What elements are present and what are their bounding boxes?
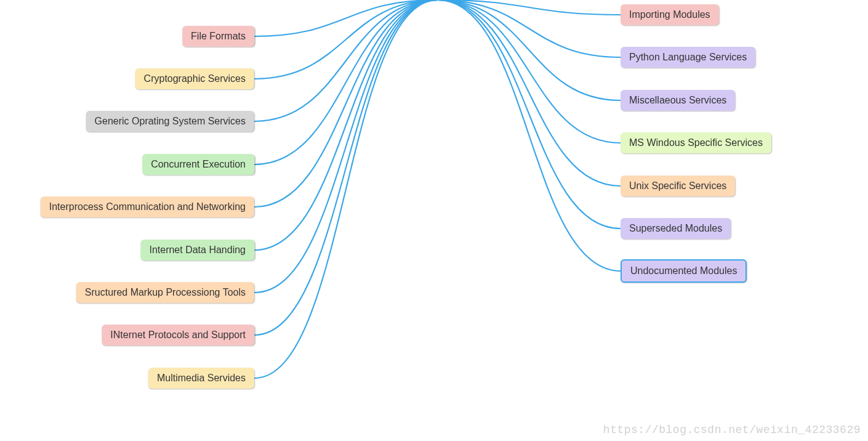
mindmap-node[interactable]: INternet Protocols and Support bbox=[102, 325, 254, 346]
mindmap-node[interactable]: Cryptographic Services bbox=[135, 68, 254, 89]
edge bbox=[438, 0, 621, 271]
mindmap-node[interactable]: Interprocess Communication and Networkin… bbox=[41, 196, 254, 217]
mindmap-node[interactable]: Importing Modules bbox=[621, 4, 719, 25]
edge bbox=[254, 0, 438, 207]
mindmap-node[interactable]: Python Language Services bbox=[621, 47, 755, 68]
mindmap-node[interactable]: Undocumented Modules bbox=[621, 259, 747, 283]
edge bbox=[254, 0, 438, 164]
edge bbox=[254, 0, 438, 335]
mindmap-node[interactable]: Generic Oprating System Services bbox=[86, 111, 254, 132]
mindmap-node[interactable]: File Formats bbox=[182, 26, 254, 47]
mindmap-node[interactable]: Miscellaeous Services bbox=[621, 90, 735, 111]
edge bbox=[254, 0, 438, 250]
mindmap-node[interactable]: Superseded Modules bbox=[621, 218, 731, 239]
edge bbox=[438, 0, 621, 100]
mindmap-node[interactable]: Internet Data Handing bbox=[140, 240, 254, 261]
mindmap-node[interactable]: Unix Specific Services bbox=[621, 176, 735, 196]
edge bbox=[254, 0, 438, 293]
watermark: https://blog.csdn.net/weixin_42233629 bbox=[603, 424, 861, 436]
edge bbox=[438, 0, 621, 143]
edge bbox=[438, 0, 621, 229]
mindmap-node[interactable]: Concurrent Execution bbox=[142, 154, 254, 175]
edge bbox=[254, 0, 438, 378]
mindmap-node[interactable]: Sructured Markup Processiong Tools bbox=[76, 282, 254, 303]
mindmap-node[interactable]: MS Windous Specific Services bbox=[621, 132, 771, 153]
mindmap-node[interactable]: Multimedia Servides bbox=[148, 368, 254, 389]
